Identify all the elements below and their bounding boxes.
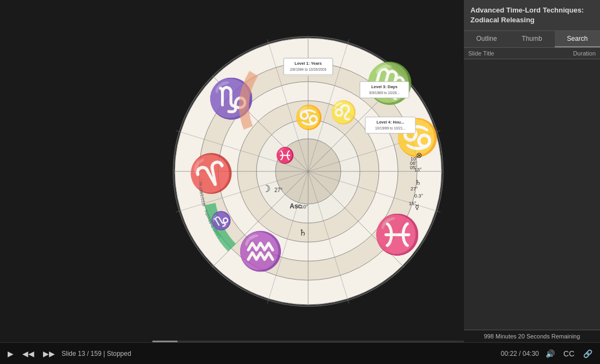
svg-text:Level 1: Years: Level 1: Years	[295, 61, 322, 66]
svg-text:10/19/89 to 10/21...: 10/19/89 to 10/21...	[375, 126, 406, 130]
remaining-time: 998 Minutes 20 Seconds Remaining	[464, 330, 600, 342]
tab-outline[interactable]: Outline	[464, 31, 509, 47]
right-panel: Advanced Time-Lord Techniques: Zodiacal …	[464, 0, 600, 342]
slide-list	[464, 59, 600, 330]
svg-text:Level 3: Days: Level 3: Days	[371, 84, 397, 89]
cc-button[interactable]: CC	[561, 349, 577, 359]
svg-text:♄: ♄	[299, 228, 307, 237]
tab-search[interactable]: Search	[555, 31, 600, 47]
left-timeline-panel	[0, 0, 152, 342]
svg-text:2/8/1984 to 10/26/2003: 2/8/1984 to 10/26/2003	[290, 67, 327, 71]
chart-svg: ♍ ♋ ♓ ♒ ♈ ♑ ♋ ♌ ♓ 13° 10° 06'	[167, 30, 450, 313]
svg-text:⊗: ⊗	[416, 151, 423, 159]
col-duration-label: Duration	[563, 50, 596, 57]
col-title-label: Slide Title	[468, 50, 563, 57]
panel-title: Advanced Time-Lord Techniques: Zodiacal …	[464, 0, 600, 31]
slide-list-header: Slide Title Duration	[464, 48, 600, 59]
control-bar: ▶ ◀◀ ▶▶ Slide 13 / 159 | Stopped 00:22 /…	[0, 342, 600, 364]
volume-button[interactable]: 🔊	[543, 349, 557, 359]
svg-text:♓: ♓	[275, 146, 295, 164]
progress-bar	[152, 341, 464, 342]
panel-tabs[interactable]: Outline Thumb Search	[464, 31, 600, 48]
slide-info: Slide 13 / 159 | Stopped	[62, 350, 497, 357]
svg-text:♋: ♋	[295, 104, 323, 131]
svg-text:Level 4: Hou...: Level 4: Hou...	[377, 120, 405, 125]
svg-text:♒: ♒	[237, 229, 284, 273]
next-button[interactable]: ▶▶	[41, 349, 57, 359]
svg-text:0.3°: 0.3°	[414, 193, 424, 199]
time-info: 00:22 / 04:30	[501, 350, 539, 357]
svg-text:Asc: Asc	[290, 202, 302, 210]
svg-text:27°: 27°	[274, 187, 283, 193]
svg-text:05': 05'	[410, 165, 417, 170]
svg-text:27°: 27°	[411, 186, 418, 192]
zodiac-chart: ♍ ♋ ♓ ♒ ♈ ♑ ♋ ♌ ♓ 13° 10° 06'	[167, 30, 450, 313]
play-button[interactable]: ▶	[5, 349, 16, 359]
svg-text:♄: ♄	[415, 178, 421, 187]
svg-text:10°: 10°	[301, 204, 308, 209]
progress-fill	[152, 341, 177, 342]
link-button[interactable]: 🔗	[581, 349, 595, 359]
svg-text:☽: ☽	[262, 183, 271, 194]
svg-text:9/9/1989 to 10/28...: 9/9/1989 to 10/28...	[369, 91, 400, 95]
tab-thumb[interactable]: Thumb	[509, 31, 554, 47]
svg-text:♌: ♌	[330, 99, 357, 125]
svg-text:♓: ♓	[374, 212, 421, 257]
chart-panel: ♍ ♋ ♓ ♒ ♈ ♑ ♋ ♌ ♓ 13° 10° 06'	[152, 0, 464, 342]
svg-text:☿: ☿	[415, 203, 419, 211]
prev-button[interactable]: ◀◀	[20, 349, 36, 359]
